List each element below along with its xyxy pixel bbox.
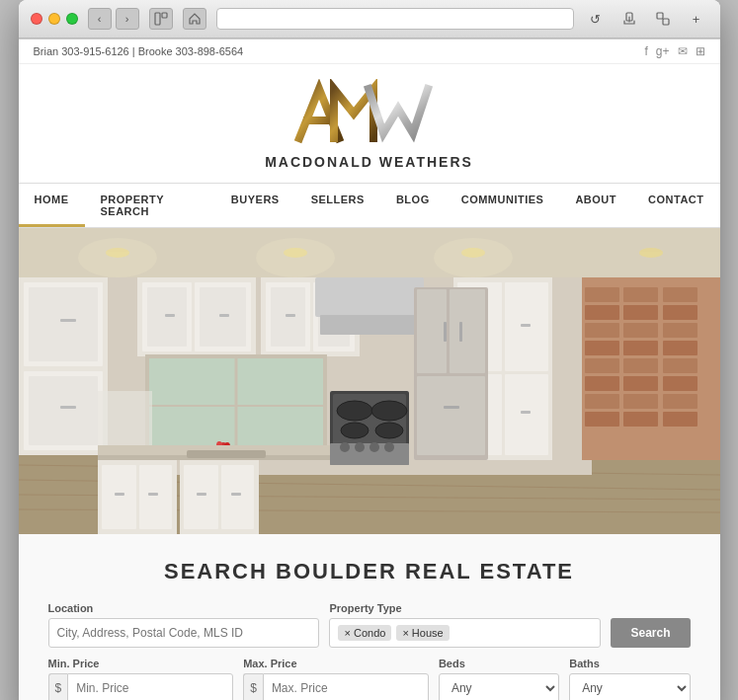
nav-property-search[interactable]: PROPERTY SEARCH xyxy=(85,184,215,227)
location-group: Location xyxy=(48,602,320,648)
facebook-icon[interactable]: f xyxy=(644,44,647,58)
svg-rect-109 xyxy=(623,412,658,427)
google-plus-icon[interactable]: g+ xyxy=(656,44,670,58)
back-button[interactable]: ‹ xyxy=(88,8,112,30)
max-price-group: Max. Price $ xyxy=(243,658,429,700)
maximize-button[interactable] xyxy=(66,13,78,25)
svg-rect-3 xyxy=(657,13,663,19)
beds-group: Beds Any xyxy=(439,658,559,700)
svg-point-62 xyxy=(369,442,379,452)
nav-blog[interactable]: BLOG xyxy=(380,184,446,227)
min-price-group: Min. Price $ xyxy=(48,658,234,700)
nav-sellers[interactable]: SELLERS xyxy=(295,184,380,227)
svg-rect-105 xyxy=(585,394,619,409)
min-price-input[interactable] xyxy=(67,673,233,700)
svg-rect-48 xyxy=(102,465,136,529)
brand-name: MacDonald Weathers xyxy=(265,154,473,170)
svg-rect-1 xyxy=(162,13,167,18)
svg-point-117 xyxy=(434,238,513,277)
email-icon[interactable]: ✉ xyxy=(678,44,688,58)
svg-rect-101 xyxy=(663,358,697,373)
nav-communities[interactable]: COMMUNITIES xyxy=(446,184,560,227)
rss-icon[interactable]: ⊞ xyxy=(696,44,705,58)
svg-point-115 xyxy=(78,238,157,277)
nav-home[interactable]: HOME xyxy=(19,184,85,227)
search-row-2: Min. Price $ Max. Price $ Beds xyxy=(48,658,691,700)
svg-rect-19 xyxy=(60,406,76,409)
svg-rect-99 xyxy=(585,358,619,373)
svg-rect-50 xyxy=(115,493,124,496)
svg-rect-16 xyxy=(29,287,98,361)
view-button[interactable] xyxy=(149,8,173,30)
tab-button[interactable] xyxy=(651,8,675,30)
home-button[interactable] xyxy=(183,8,206,30)
svg-point-60 xyxy=(340,442,350,452)
contact-info: Brian 303-915-6126 | Brooke 303-898-6564 xyxy=(34,45,244,57)
svg-rect-93 xyxy=(585,323,619,338)
svg-point-114 xyxy=(639,248,663,258)
close-button[interactable] xyxy=(31,13,42,25)
minimize-button[interactable] xyxy=(48,13,60,25)
nav-about[interactable]: ABOUT xyxy=(559,184,632,227)
svg-rect-87 xyxy=(585,287,619,302)
tag-condo[interactable]: × Condo xyxy=(338,625,391,641)
share-button[interactable] xyxy=(617,8,641,30)
svg-rect-97 xyxy=(623,341,658,355)
svg-rect-82 xyxy=(417,376,485,455)
svg-rect-49 xyxy=(139,465,172,529)
beds-select[interactable]: Any xyxy=(439,673,559,700)
svg-rect-84 xyxy=(459,322,462,342)
svg-rect-46 xyxy=(187,450,266,458)
svg-rect-81 xyxy=(450,289,485,373)
svg-rect-17 xyxy=(29,376,98,445)
search-section: SEARCH BOULDER REAL ESTATE Location Prop… xyxy=(19,534,720,700)
svg-rect-91 xyxy=(623,305,658,320)
browser-chrome: ‹ › ↺ + xyxy=(19,0,720,39)
svg-rect-76 xyxy=(521,324,531,327)
site-topbar: Brian 303-915-6126 | Brooke 303-898-6564… xyxy=(19,39,720,64)
property-type-label: Property Type xyxy=(329,602,601,614)
svg-rect-53 xyxy=(184,465,218,529)
beds-label: Beds xyxy=(439,658,559,669)
nav-buyers[interactable]: BUYERS xyxy=(215,184,295,227)
max-price-input-wrap: $ xyxy=(243,673,429,700)
search-title: SEARCH BOULDER REAL ESTATE xyxy=(48,559,691,584)
svg-point-65 xyxy=(371,401,407,421)
refresh-button[interactable]: ↺ xyxy=(584,8,608,30)
svg-rect-55 xyxy=(197,493,206,496)
baths-select[interactable]: Any xyxy=(569,673,690,700)
svg-rect-98 xyxy=(663,341,697,355)
svg-rect-68 xyxy=(315,277,424,317)
svg-rect-78 xyxy=(521,411,531,414)
min-price-input-wrap: $ xyxy=(48,673,234,700)
max-price-prefix: $ xyxy=(243,673,263,700)
max-price-label: Max. Price xyxy=(243,658,429,669)
svg-point-63 xyxy=(384,442,394,452)
forward-button[interactable]: › xyxy=(116,8,139,30)
svg-rect-96 xyxy=(585,341,619,355)
svg-rect-26 xyxy=(219,314,229,317)
tag-house[interactable]: × House xyxy=(396,625,449,641)
property-tags[interactable]: × Condo × House xyxy=(329,618,601,648)
location-input[interactable] xyxy=(48,618,320,648)
svg-rect-74 xyxy=(505,374,548,455)
svg-rect-100 xyxy=(623,358,658,373)
svg-rect-18 xyxy=(60,319,76,322)
logo[interactable]: MacDonald Weathers xyxy=(265,79,473,170)
search-button[interactable]: Search xyxy=(611,618,690,648)
new-tab-button[interactable]: + xyxy=(685,8,708,30)
window-buttons xyxy=(31,13,78,25)
svg-rect-92 xyxy=(663,305,697,320)
min-price-prefix: $ xyxy=(48,673,68,700)
site-navigation: HOME PROPERTY SEARCH BUYERS SELLERS BLOG… xyxy=(19,183,720,228)
max-price-input[interactable] xyxy=(263,673,429,700)
svg-rect-80 xyxy=(417,289,447,373)
svg-rect-103 xyxy=(623,376,658,391)
address-bar[interactable] xyxy=(216,8,574,30)
website-content: Brian 303-915-6126 | Brooke 303-898-6564… xyxy=(19,39,720,700)
svg-rect-102 xyxy=(585,376,619,391)
baths-label: Baths xyxy=(569,658,690,669)
nav-contact[interactable]: CONTACT xyxy=(632,184,719,227)
svg-rect-107 xyxy=(663,394,697,409)
svg-point-67 xyxy=(375,423,403,438)
